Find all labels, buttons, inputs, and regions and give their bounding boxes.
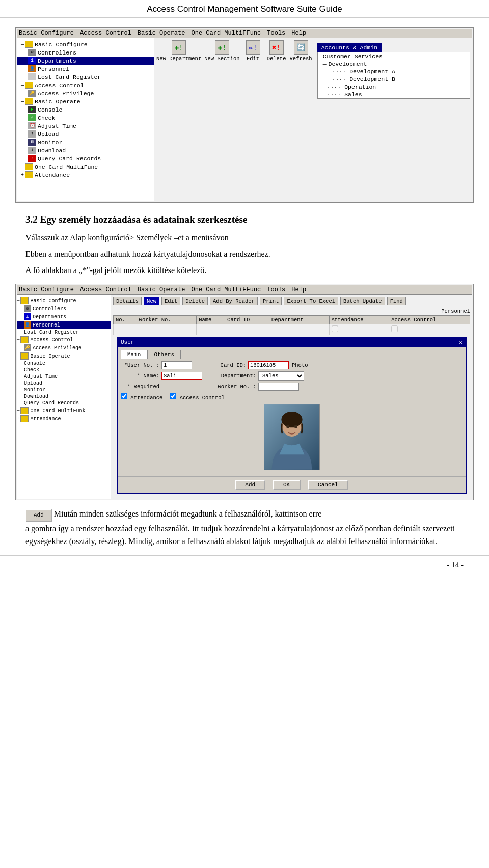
- sc2-tree-attendance[interactable]: + Attendance: [17, 415, 111, 423]
- sc2-tree-download[interactable]: Download: [17, 393, 111, 400]
- menu2-one-card[interactable]: One Card MultiFFunc: [191, 286, 261, 293]
- dropdown-list[interactable]: Customer Services —Development ···· Deve…: [317, 52, 470, 99]
- edit-button[interactable]: ✏! Edit: [243, 40, 263, 62]
- delete-button[interactable]: ✖! Delete: [266, 40, 287, 62]
- tree-label: One Card MultiFunk: [30, 408, 85, 414]
- menu2-help[interactable]: Help: [291, 286, 306, 293]
- tree-label: Basic Operate: [30, 354, 70, 359]
- edit-personnel-button[interactable]: Edit: [161, 297, 180, 305]
- sc2-tree-basic-configure[interactable]: — Basic Configure: [17, 296, 111, 305]
- menu-one-card[interactable]: One Card MultiFFunc: [191, 30, 261, 37]
- sc2-toolbar[interactable]: Details New Edit Delete Add By Reader Pr…: [113, 297, 470, 305]
- tree-item-personnel[interactable]: 👤 Personnel: [17, 65, 154, 73]
- attendance-check[interactable]: [121, 393, 127, 399]
- find-button[interactable]: Find: [387, 297, 406, 305]
- menu2-basic-operate[interactable]: Basic Operate: [138, 286, 185, 293]
- paragraph3: A fő ablakban a „*"-gal jelölt mezők kit…: [25, 264, 464, 277]
- department-select[interactable]: Sales: [258, 371, 304, 381]
- new-section-button[interactable]: ✚! New Section: [204, 40, 239, 62]
- sc2-tree-controllers[interactable]: ⚙ Controllers: [17, 305, 111, 313]
- dialog-tabs[interactable]: Main Others: [121, 350, 463, 359]
- tree-item-query-card[interactable]: ! Query Card Records: [17, 154, 154, 162]
- attendance-checkbox-label[interactable]: Attendance: [121, 393, 162, 401]
- menu2-basic-configure[interactable]: Basic Configure: [19, 286, 74, 293]
- access-control-check[interactable]: [170, 393, 176, 399]
- refresh-button[interactable]: 🔄 Refresh: [290, 40, 312, 62]
- sc2-tree-access-control[interactable]: — Access Control: [17, 336, 111, 344]
- sc2-tree-check[interactable]: Check: [17, 367, 111, 373]
- sc2-tree-upload[interactable]: Upload: [17, 380, 111, 387]
- menu2-access-control[interactable]: Access Control: [80, 286, 131, 293]
- tree-item-basic-configure[interactable]: — Basic Configure: [17, 40, 154, 48]
- menu-basic-configure[interactable]: Basic Configure: [19, 30, 74, 37]
- new-button[interactable]: New: [144, 297, 159, 305]
- tree-item-access-privilege[interactable]: 🔑 Access Privilege: [17, 89, 154, 97]
- dropdown-item-development[interactable]: —Development: [318, 60, 470, 68]
- print-button[interactable]: Print: [260, 297, 282, 305]
- menubar2[interactable]: Basic Configure Access Control Basic Ope…: [17, 285, 472, 295]
- form-fields: *User No. : Card ID: Photo * Name:: [121, 361, 463, 401]
- batch-update-button[interactable]: Batch Update: [340, 297, 385, 305]
- plus-icon: ✚!: [215, 40, 229, 55]
- sc2-tree-lost-card[interactable]: Lost Card Register: [17, 329, 111, 336]
- tree-item-departments[interactable]: i Departments: [17, 57, 154, 65]
- sc2-tree-query[interactable]: Query Card Records: [17, 400, 111, 406]
- tree-item-adjust-time[interactable]: ⏰ Adjust Time: [17, 122, 154, 130]
- menu-basic-operate[interactable]: Basic Operate: [138, 30, 185, 37]
- details-button[interactable]: Details: [113, 297, 142, 305]
- dialog-title: User: [121, 339, 134, 346]
- sc2-tree-departments[interactable]: i Departments: [17, 313, 111, 321]
- menu2-tools[interactable]: Tools: [267, 286, 285, 293]
- sc2-tree-personnel[interactable]: 👤 Personnel: [17, 321, 111, 329]
- sc2-tree-console[interactable]: Console: [17, 360, 111, 367]
- tree-item-basic-operate[interactable]: — Basic Operate: [17, 97, 154, 105]
- dialog-add-button[interactable]: Add: [235, 480, 265, 490]
- menu-access-control[interactable]: Access Control: [80, 30, 131, 37]
- tree-item-lost-card[interactable]: Lost Card Register: [17, 73, 154, 81]
- tree-item-download[interactable]: ⬇ Download: [17, 146, 154, 154]
- tree-item-attendance[interactable]: + Attendance: [17, 171, 154, 179]
- department-dropdown[interactable]: Accounts & Admin Customer Services —Deve…: [317, 43, 470, 99]
- tree-label: Adjust Time: [38, 123, 76, 129]
- tab-main[interactable]: Main: [121, 350, 147, 359]
- sc2-tree-basic-operate[interactable]: — Basic Operate: [17, 352, 111, 360]
- new-department-button[interactable]: ✚! New Department: [156, 40, 201, 62]
- user-no-input[interactable]: [161, 361, 192, 369]
- add-button-reference[interactable]: Add: [25, 509, 52, 522]
- sc2-tree-access-privilege[interactable]: 🔑 Access Privilege: [17, 344, 111, 352]
- menu-tools[interactable]: Tools: [267, 30, 285, 37]
- sc2-tree-adjust-time[interactable]: Adjust Time: [17, 373, 111, 380]
- delete-personnel-button[interactable]: Delete: [182, 297, 208, 305]
- tab-others[interactable]: Others: [147, 350, 181, 359]
- dialog-close-icon[interactable]: ✕: [459, 339, 463, 346]
- dropdown-item-customer[interactable]: Customer Services: [318, 52, 470, 60]
- tree-item-console[interactable]: ▶ Console: [17, 105, 154, 114]
- menu-help[interactable]: Help: [291, 30, 306, 37]
- name-label: * Name:: [121, 373, 161, 379]
- tree-item-controllers[interactable]: ⚙ Controllers: [17, 48, 154, 57]
- sc2-tree-one-card[interactable]: — One Card MultiFunk: [17, 406, 111, 415]
- dialog-ok-button[interactable]: OK: [273, 480, 301, 490]
- menubar1[interactable]: Basic Configure Access Control Basic Ope…: [17, 29, 472, 38]
- attendance-label: Attendance: [130, 395, 162, 401]
- dropdown-item-dev-a[interactable]: ···· Development A: [318, 68, 470, 75]
- tree-item-check[interactable]: ✓ Check: [17, 114, 154, 122]
- photo-button[interactable]: Photo: [292, 362, 308, 368]
- tree-item-upload[interactable]: ⬆ Upload: [17, 130, 154, 138]
- card-id-input[interactable]: [248, 361, 289, 369]
- dropdown-item-dev-b[interactable]: ···· Development B: [318, 75, 470, 83]
- tree-item-access-control[interactable]: — Access Control: [17, 81, 154, 89]
- sc2-tree-monitor[interactable]: Monitor: [17, 387, 111, 393]
- add-by-reader-button[interactable]: Add By Reader: [210, 297, 258, 305]
- dialog-cancel-button[interactable]: Cancel: [308, 480, 348, 490]
- dropdown-item-sales[interactable]: ···· Sales: [318, 91, 470, 98]
- tree-item-monitor[interactable]: 🖥 Monitor: [17, 138, 154, 146]
- dropdown-item-operation[interactable]: ···· Operation: [318, 83, 470, 91]
- name-input[interactable]: [161, 372, 202, 380]
- sc2-body: — Basic Configure ⚙ Controllers i Depart…: [17, 295, 472, 499]
- export-excel-button[interactable]: Export To Excel: [284, 297, 338, 305]
- tree-item-one-card[interactable]: — One Card MultiFunc: [17, 162, 154, 171]
- dropdown-selected[interactable]: Accounts & Admin: [317, 43, 382, 52]
- worker-no-input[interactable]: [258, 383, 299, 391]
- access-control-checkbox-label[interactable]: Access Control: [170, 393, 225, 401]
